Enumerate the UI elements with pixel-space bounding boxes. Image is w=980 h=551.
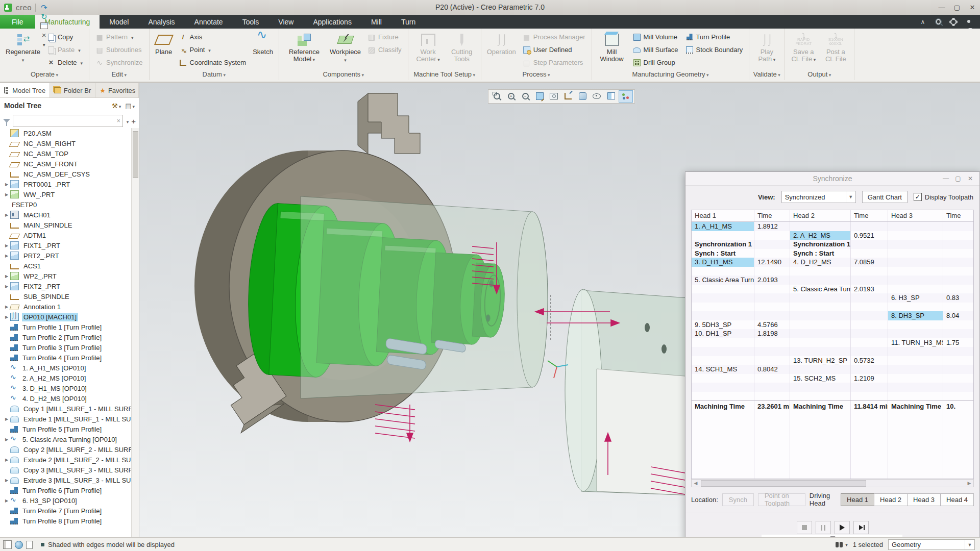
group-label-edit[interactable]: Edit [89, 69, 149, 80]
table-row[interactable] [692, 383, 973, 392]
expand-arrow[interactable]: ▶ [3, 213, 10, 217]
scrollbar-thumb[interactable] [701, 480, 866, 487]
cell-time2[interactable] [851, 293, 888, 303]
drill-group-button[interactable]: Drill Group [630, 57, 681, 68]
table-row[interactable]: 15. SCH2_MS 1.2109 [692, 374, 973, 383]
cell-time2[interactable] [851, 276, 888, 285]
cell-head1[interactable] [692, 231, 754, 240]
cell-time1[interactable]: 0.8042 [754, 365, 790, 374]
cell-time3[interactable] [943, 249, 973, 258]
point-button[interactable]: Point [177, 44, 249, 56]
filter-icon[interactable] [3, 119, 10, 123]
tree-item[interactable]: Turn Profile 5 [Turn Profile] [0, 424, 132, 434]
cell-head3[interactable] [888, 285, 943, 294]
cell-head2[interactable] [790, 383, 851, 392]
cell-time1[interactable] [754, 249, 790, 258]
cell-head1[interactable]: 3. D_H1_MS [692, 258, 754, 267]
column-header[interactable]: Head 3 [888, 210, 943, 221]
cell-time3[interactable] [943, 374, 973, 383]
cell-time3[interactable] [943, 329, 973, 338]
tree-item[interactable]: ▶ 6. H3_SP [OP010] [0, 495, 132, 506]
cell-head2[interactable] [790, 222, 851, 231]
cell-time2[interactable]: 1.2109 [851, 374, 888, 383]
ribbon-tab[interactable]: Analysis [138, 15, 184, 29]
tree-item[interactable]: ▶ Extrude 3 [MILL_SURF_3 - MILL SURF [0, 475, 132, 485]
copy-button[interactable]: Copy [44, 31, 85, 43]
head-toggle-button[interactable]: Head 3 [907, 493, 941, 506]
tree-item[interactable]: NC_ASM_RIGHT [0, 138, 132, 148]
cutting-tools-button[interactable]: Cutting Tools [446, 30, 478, 69]
cell-time2[interactable] [851, 222, 888, 231]
cell-time3[interactable] [943, 285, 973, 294]
cell-time2[interactable] [851, 240, 888, 249]
play-button[interactable] [835, 521, 850, 534]
cell-time3[interactable] [943, 365, 973, 374]
tree-item[interactable]: ▶ Extrude 2 [MILL_SURF_2 - MILL SURF [0, 455, 132, 465]
play-path-button[interactable]: Play Path [752, 30, 781, 69]
cell-time2[interactable]: 0.9521 [851, 231, 888, 240]
mill-volume-button[interactable]: Mill Volume [630, 31, 681, 43]
expand-arrow[interactable]: ▶ [3, 192, 10, 197]
cell-head2[interactable] [790, 303, 851, 312]
tree-item[interactable]: Turn Profile 1 [Turn Profile] [0, 322, 132, 332]
tree-item[interactable]: ▶ OP010 [MACH01] [0, 312, 132, 322]
expand-arrow[interactable]: ▶ [3, 478, 10, 483]
group-label-validate[interactable]: Validate [749, 69, 784, 80]
cell-time1[interactable] [754, 311, 790, 320]
table-row[interactable]: 1. A_H1_MS 1.8912 [692, 222, 973, 231]
table-row[interactable] [692, 303, 973, 312]
expand-arrow[interactable]: ▶ [3, 182, 10, 187]
process-manager-button[interactable]: Process Manager [520, 31, 588, 43]
cell-head1[interactable]: 14. SCH1_MS [692, 365, 754, 374]
cell-head3[interactable] [888, 374, 943, 383]
tree-item[interactable]: P20.ASM [0, 128, 132, 138]
cell-time1[interactable] [754, 293, 790, 303]
cell-time1[interactable]: 1.8912 [754, 222, 790, 231]
column-header[interactable]: Time [851, 210, 888, 221]
display-toolpath-checkbox[interactable]: ✓ Display Toolpath [914, 193, 973, 201]
group-label-output[interactable]: Output [785, 69, 854, 80]
cell-time2[interactable] [851, 267, 888, 276]
table-row[interactable]: 8. DH3_SP 8.04 [692, 311, 973, 320]
blank-page-icon[interactable] [26, 541, 33, 549]
group-label-datum[interactable]: Datum [150, 69, 279, 80]
head-toggle-button[interactable]: Head 4 [940, 493, 974, 506]
cell-head3[interactable] [888, 320, 943, 330]
cell-head1[interactable] [692, 374, 754, 383]
cell-time2[interactable]: 7.0859 [851, 258, 888, 267]
cell-time3[interactable] [943, 258, 973, 267]
tree-scrollbar[interactable] [131, 128, 139, 537]
cell-time3[interactable] [943, 392, 973, 401]
cell-time3[interactable]: 1.75 [943, 338, 973, 347]
tree-item[interactable]: ▶ MACH01 [0, 210, 132, 220]
stop-button[interactable] [797, 521, 812, 534]
cell-head1[interactable] [692, 392, 754, 401]
cell-head1[interactable]: 10. DH1_SP [692, 329, 754, 338]
cell-time1[interactable] [754, 267, 790, 276]
cell-time1[interactable]: 4.5766 [754, 320, 790, 330]
expand-arrow[interactable]: ▶ [3, 243, 10, 248]
tree-item[interactable]: ▶ WW_.PRT [0, 189, 132, 199]
group-label-operate[interactable]: Operate [0, 69, 89, 80]
tree-item[interactable]: 4. D_H2_MS [OP010] [0, 393, 132, 404]
subroutines-button[interactable]: Subroutines [93, 44, 145, 56]
cell-time2[interactable]: 2.0193 [851, 285, 888, 294]
tree-scrollbar-thumb[interactable] [133, 131, 138, 178]
cell-head1[interactable]: Synchronization 1 [692, 240, 754, 249]
cell-head2[interactable] [790, 320, 851, 330]
cell-time1[interactable] [754, 392, 790, 401]
tree-settings-menu[interactable] [125, 102, 135, 110]
axis-button[interactable]: Axis [177, 31, 249, 43]
sketch-button[interactable]: Sketch [250, 30, 276, 69]
cell-head2[interactable]: 5. Classic Area Turnin [790, 285, 851, 294]
tree-item[interactable]: ▶ PRT2_.PRT [0, 251, 132, 261]
operation-button[interactable]: Operation [484, 30, 519, 69]
cell-head2[interactable] [790, 329, 851, 338]
point-on-toolpath-button[interactable]: Point on Toolpath [758, 493, 805, 506]
dialog-maximize-icon[interactable]: ▢ [953, 174, 963, 183]
cell-time2[interactable]: 0.5732 [851, 356, 888, 365]
reference-model-button[interactable]: Reference Model [282, 30, 327, 69]
cell-head3[interactable]: 6. H3_SP [888, 293, 943, 303]
cell-time2[interactable] [851, 320, 888, 330]
ribbon-tab[interactable]: Mill [361, 15, 391, 29]
